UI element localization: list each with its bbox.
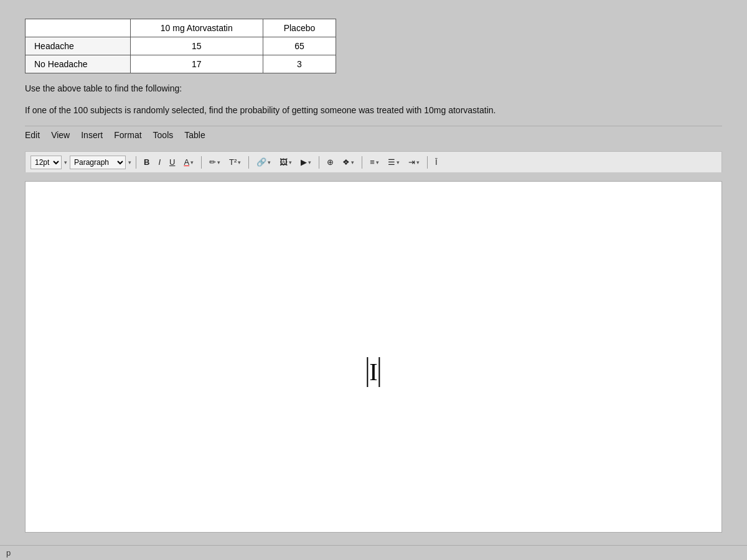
highlight-button[interactable]: ✏ ▾: [206, 156, 223, 168]
add-icon: ⊕: [327, 157, 334, 167]
instruction-line2: If one of the 100 subjects is randomly s…: [25, 104, 722, 117]
bold-button[interactable]: B: [141, 156, 153, 168]
table-cell-noheadache-atorvastatin: 17: [130, 55, 263, 73]
media-icon: ▶: [301, 157, 307, 167]
menu-item-table[interactable]: Table: [184, 130, 205, 140]
add-button[interactable]: ⊕: [324, 156, 337, 168]
format-button[interactable]: ❖ ▾: [339, 156, 357, 168]
menu-item-insert[interactable]: Insert: [81, 130, 103, 140]
more-button[interactable]: Ī: [432, 156, 441, 168]
indent-button[interactable]: ⇥ ▾: [405, 156, 423, 168]
paragraph-style-select[interactable]: Paragraph Heading 1 Heading 2: [70, 156, 126, 169]
bottom-label: p: [6, 548, 11, 558]
image-button[interactable]: 🖼 ▾: [276, 156, 295, 168]
media-button[interactable]: ▶ ▾: [298, 156, 314, 168]
media-chevron: ▾: [308, 159, 311, 166]
separator-3: [248, 156, 249, 169]
indent-icon: ⇥: [408, 157, 415, 167]
font-size-chevron: ▾: [64, 159, 67, 166]
data-table: 10 mg Atorvastatin Placebo Headache 15 6…: [25, 19, 336, 73]
table-cell-headache-atorvastatin: 15: [130, 37, 263, 55]
table-row: Headache 15 65: [26, 37, 336, 55]
link-button[interactable]: 🔗 ▾: [253, 156, 274, 168]
align-left-button[interactable]: ≡ ▾: [367, 156, 382, 168]
list-button[interactable]: ☰ ▾: [385, 156, 403, 168]
list-icon: ☰: [388, 157, 395, 167]
superscript-chevron: ▾: [238, 159, 241, 166]
menu-item-view[interactable]: View: [51, 130, 70, 140]
superscript-button[interactable]: T² ▾: [226, 156, 244, 168]
text-cursor: I: [367, 357, 380, 387]
highlight-chevron: ▾: [217, 159, 220, 166]
link-icon: 🔗: [256, 157, 266, 167]
highlight-icon: ✏: [209, 157, 216, 167]
menu-bar: Edit View Insert Format Tools Table: [25, 126, 722, 142]
instruction-line1: Use the above table to find the followin…: [25, 82, 722, 95]
more-icon: Ī: [435, 157, 438, 167]
main-content: 10 mg Atorvastatin Placebo Headache 15 6…: [0, 0, 747, 545]
font-color-label: A: [184, 157, 189, 167]
separator-6: [427, 156, 428, 169]
table-cell-noheadache-placebo: 3: [263, 55, 336, 73]
font-color-chevron: ▾: [190, 159, 194, 166]
image-icon: 🖼: [280, 157, 288, 167]
table-row: No Headache 17 3: [26, 55, 336, 73]
table-header-col2: 10 mg Atorvastatin: [130, 19, 263, 37]
align-left-chevron: ▾: [376, 159, 379, 166]
menu-item-tools[interactable]: Tools: [153, 130, 174, 140]
menu-item-format[interactable]: Format: [114, 130, 141, 140]
toolbar: 12pt 10pt 14pt 16pt ▾ Paragraph Heading …: [25, 151, 722, 172]
table-cell-headache-placebo: 65: [263, 37, 336, 55]
format-icon: ❖: [342, 157, 350, 167]
underline-button[interactable]: U: [166, 156, 178, 168]
table-cell-noheadache-label: No Headache: [26, 55, 131, 73]
table-header-col3: Placebo: [263, 19, 336, 37]
table-header-col1: [26, 19, 131, 37]
indent-chevron: ▾: [416, 159, 420, 166]
format-chevron: ▾: [351, 159, 354, 166]
superscript-icon: T²: [229, 157, 237, 167]
bottom-bar: p: [0, 545, 747, 560]
separator-2: [201, 156, 202, 169]
separator-5: [362, 156, 362, 169]
align-left-icon: ≡: [370, 157, 375, 167]
font-color-button[interactable]: A ▾: [181, 156, 197, 168]
paragraph-chevron: ▾: [128, 159, 131, 166]
separator-1: [136, 156, 136, 169]
link-chevron: ▾: [268, 159, 271, 166]
italic-button[interactable]: I: [155, 156, 164, 168]
separator-4: [319, 156, 319, 169]
editor-area[interactable]: I: [25, 181, 722, 533]
list-chevron: ▾: [397, 159, 400, 166]
image-chevron: ▾: [289, 159, 292, 166]
table-cell-headache-label: Headache: [26, 37, 131, 55]
font-size-select[interactable]: 12pt 10pt 14pt 16pt: [31, 156, 62, 169]
menu-item-edit[interactable]: Edit: [25, 130, 40, 140]
